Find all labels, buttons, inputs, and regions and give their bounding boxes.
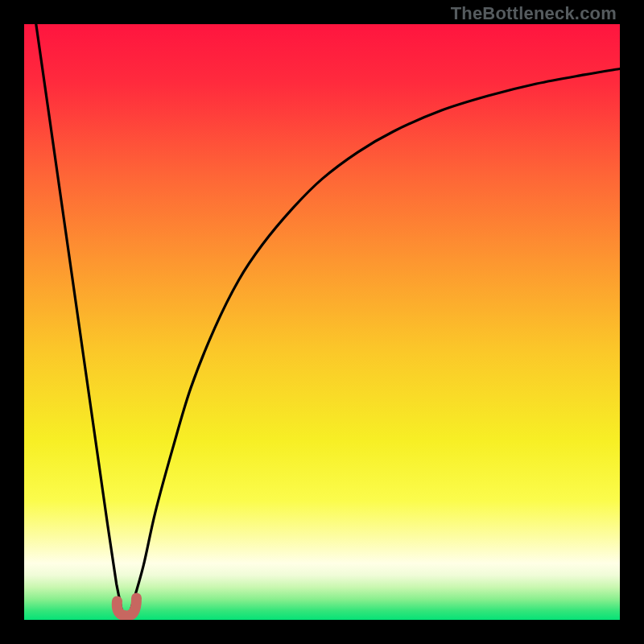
- descending-line: [36, 24, 122, 614]
- chart-frame: TheBottleneck.com: [0, 0, 644, 644]
- ascending-curve: [131, 69, 620, 609]
- j-marker: [117, 598, 136, 616]
- plot-area: [24, 24, 620, 620]
- curve-layer: [24, 24, 620, 620]
- watermark-text: TheBottleneck.com: [451, 3, 617, 24]
